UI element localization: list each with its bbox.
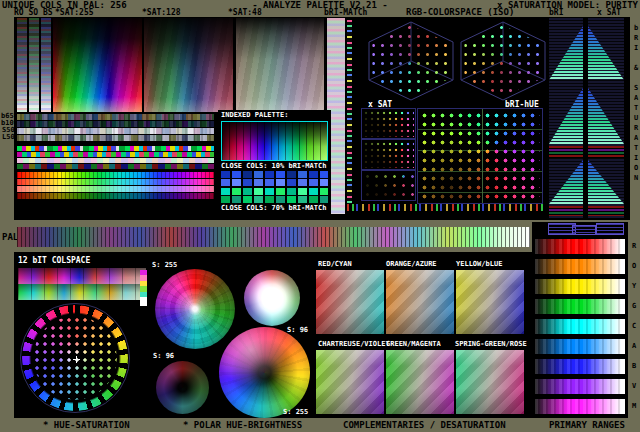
primary-range-bar-r <box>535 239 625 254</box>
polar-s96-label-2: S: 96 <box>153 353 174 360</box>
mini-scatter-dots <box>363 110 414 137</box>
mesh-sat-255 <box>53 18 142 112</box>
comp-gradient-yellow-blue <box>456 270 524 334</box>
l50-label: L50 <box>2 134 15 141</box>
polar-s96-label-1: S: 96 <box>287 327 308 334</box>
mini-scatter-dots <box>363 172 414 199</box>
close-cols-blue-row-2 <box>221 179 328 186</box>
xsat-mini-plot-2 <box>361 139 416 170</box>
sat128-label: *SAT:128 <box>142 9 181 17</box>
footer-polar-hue-brightness: * POLAR HUE-BRIGHTNESS <box>183 421 302 430</box>
comp-gradient-red-cyan <box>316 270 384 334</box>
colspace12-row-1 <box>18 268 146 284</box>
bri-hue-scatter-plot <box>417 108 543 204</box>
hue-saturation-wheel <box>20 303 130 413</box>
polar-s255-label-1: S: 255 <box>152 262 177 269</box>
strip-b65 <box>17 114 214 120</box>
scatter-tick-strip <box>347 204 543 211</box>
palette-line-strip <box>17 227 530 247</box>
bri-bars-group-2 <box>549 88 583 144</box>
comp-label-chartreuse-violet: CHARTREUSE/VIOLET <box>318 341 390 348</box>
spectrum-row-2 <box>17 179 214 185</box>
polar-wheel-s96-dark <box>156 361 209 414</box>
xsat-bars-group-2 <box>588 88 624 144</box>
xsat-mini-plot-1 <box>361 108 416 139</box>
wireframe-box-3 <box>596 223 624 235</box>
close-cols-10-label: CLOSE COLS: 10% bRI-MATCh <box>221 163 328 170</box>
comp-gradient-chartreuse-violet <box>316 350 384 414</box>
close-cols-green-row-2 <box>221 196 328 203</box>
bri-saturation-sidebar-label: bRI & SATURATION <box>630 24 640 220</box>
indexed-palette-title: INDEXED PALETTE: <box>221 112 328 119</box>
primary-range-bar-b <box>535 359 625 374</box>
primary-letter-g: G <box>632 303 636 310</box>
close-cols-blue-row-1 <box>221 171 328 178</box>
polar-s255-label-2: S: 255 <box>283 409 308 416</box>
primary-letter-r: R <box>632 243 636 250</box>
sort-strips-label: RO SO BS <box>14 9 53 17</box>
indexed-palette-grid <box>222 122 327 160</box>
comp-label-spring-green-rose: SPRING-GREEN/ROSE <box>455 341 527 348</box>
mesh-sat-128 <box>144 18 233 112</box>
hue-sorted-row-1 <box>17 146 214 151</box>
colspace12-title: 12 bIT COLSPACE <box>18 257 90 265</box>
primary-range-bar-y <box>535 279 625 294</box>
polar-color-key-bar <box>140 270 147 306</box>
mini-scatter-dots <box>363 141 414 168</box>
sorted-strip-r <box>17 18 27 112</box>
rgb-cube-left <box>366 20 456 102</box>
comp-label-green-magenta: GREEN/MAGENTA <box>386 341 441 348</box>
primary-range-bar-o <box>535 259 625 274</box>
spectrum-row-4 <box>17 193 214 199</box>
bri-match-label: bRI-MATCh <box>324 9 367 17</box>
sorted-strip-s <box>29 18 39 112</box>
wheel-center-cross <box>73 356 80 363</box>
primary-letter-y: Y <box>632 283 636 290</box>
hue-sorted-row-3 <box>17 158 214 163</box>
sample-dot-column <box>347 20 352 205</box>
xsat-accent-rows-bottom <box>588 206 624 216</box>
comp-gradient-green-magenta <box>386 350 454 414</box>
primary-range-bar-c <box>535 319 625 334</box>
strip-l50 <box>17 135 214 141</box>
strip-b10 <box>17 121 214 127</box>
primary-letter-v: V <box>632 383 636 390</box>
primary-range-bar-a <box>535 339 625 354</box>
bri-bars-group-1 <box>549 26 583 80</box>
xsat-mini-plot-3 <box>361 170 416 201</box>
wireframe-box-2 <box>572 225 596 235</box>
hue-sorted-row-2 <box>17 152 214 157</box>
colspace12-row-2 <box>18 284 146 300</box>
primary-letter-a: A <box>632 343 636 350</box>
xsat-bars-group-3 <box>588 160 624 204</box>
comp-label-orange-azure: ORANGE/AZURE <box>386 261 437 268</box>
sorted-strip-b <box>41 18 51 112</box>
close-cols-70-label: CLOSE COLS: 70% bRI-MATCh <box>221 205 328 212</box>
app-title: - ANALYZE PALETTE V2.21 - <box>252 1 387 10</box>
footer-hue-saturation: * HUE-SATURATION <box>43 421 130 430</box>
rgb-cube-right <box>458 20 548 102</box>
polar-wheel-s255-dark-core <box>219 327 310 418</box>
primary-letter-c: C <box>632 323 636 330</box>
primary-letter-o: O <box>632 263 636 270</box>
analyze-palette-app: UNIQUE COLS IN PAL: 256 - ANALYZE PALETT… <box>0 0 640 432</box>
indexed-palette-panel: INDEXED PALETTE: CLOSE COLS: 10% bRI-MAT… <box>218 110 331 218</box>
bri-bars-group-3 <box>549 160 583 204</box>
spectrum-row-3 <box>17 186 214 192</box>
sat48-label: *SAT:48 <box>228 9 262 17</box>
hue-sorted-row-4 <box>17 164 214 169</box>
polar-wheel-s255-bright <box>155 269 235 349</box>
primary-range-bar-g <box>535 299 625 314</box>
primary-range-bar-m <box>535 399 625 414</box>
footer-primary-ranges: PRIMARY RANGES <box>549 421 625 430</box>
close-cols-green-row-1 <box>221 188 328 195</box>
comp-gradient-spring-green-rose <box>456 350 524 414</box>
xsat-bars-group-1 <box>588 26 624 80</box>
xsat-histogram-column <box>588 18 624 218</box>
primary-letter-m: M <box>632 403 636 410</box>
bri-column-label: bRI <box>549 9 563 17</box>
footer-complementaries: COMPLEMENTARIES / DESATURATION <box>343 421 506 430</box>
mesh-sat-48 <box>236 18 324 112</box>
indexed-palette-grid-border <box>221 121 328 161</box>
spectrum-row-1 <box>17 172 214 178</box>
